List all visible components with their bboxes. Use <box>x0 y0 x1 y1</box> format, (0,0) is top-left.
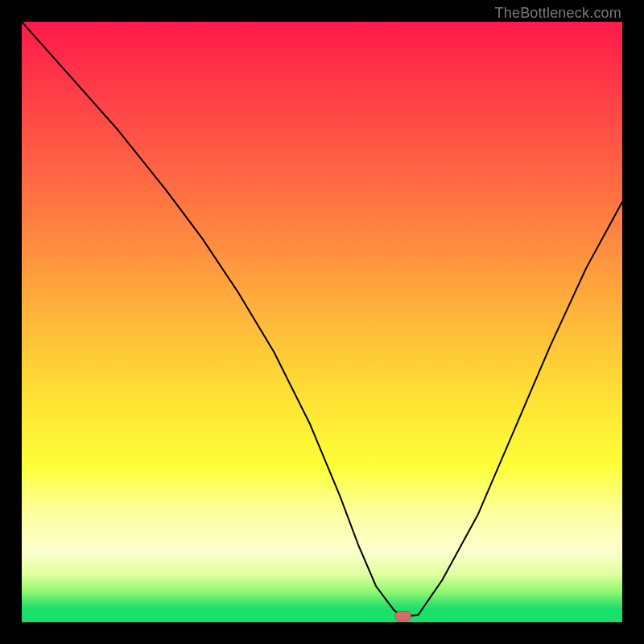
min-marker <box>395 612 411 621</box>
plot-area <box>22 22 622 622</box>
curve-svg <box>22 22 622 622</box>
chart-container: TheBottleneck.com <box>0 0 644 644</box>
bottleneck-curve <box>22 22 622 617</box>
watermark-text: TheBottleneck.com <box>495 5 621 22</box>
